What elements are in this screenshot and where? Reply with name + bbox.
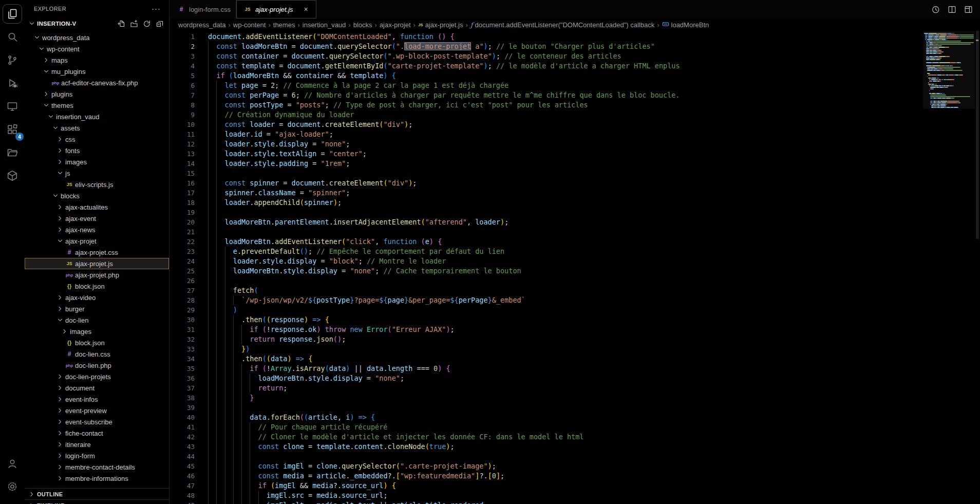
activity-item-search[interactable] xyxy=(3,27,22,47)
code-line[interactable]: 31if (!response.ok) throw new Error("Err… xyxy=(170,325,923,334)
code-line[interactable]: 32return response.json(); xyxy=(170,334,923,344)
code-line[interactable]: 34.then((data) => { xyxy=(170,354,923,364)
tree-item-event-preview[interactable]: event-preview xyxy=(25,405,169,416)
code-line[interactable]: 9// Création dynamique du loader xyxy=(170,110,923,120)
sidebar-section-timeline[interactable]: TIMELINE xyxy=(25,499,169,504)
minimap[interactable] xyxy=(923,31,975,504)
code-line[interactable]: 2const loadMoreBtn = document.querySelec… xyxy=(170,42,923,51)
tree-item-images[interactable]: images xyxy=(25,156,169,167)
code-line[interactable]: 43const clone = template.content.cloneNo… xyxy=(170,442,923,452)
code-line[interactable]: 11loader.id = "ajax-loader"; xyxy=(170,129,923,139)
tree-item-images[interactable]: images xyxy=(25,326,169,337)
tree-item-ajax-news[interactable]: ajax-news xyxy=(25,224,169,235)
tree-item-acf-editor-canevas-fix-php[interactable]: phpacf-editor-canevas-fix.php xyxy=(25,77,169,88)
tree-item-doc-lien-php[interactable]: phpdoc-lien.php xyxy=(25,360,169,371)
code-line[interactable]: 12loader.style.display = "none"; xyxy=(170,139,923,149)
code-line[interactable]: 17spinner.className = "spinner"; xyxy=(170,188,923,198)
tree-item-fonts[interactable]: fonts xyxy=(25,145,169,156)
tree-item-membre-informations[interactable]: membre-informations xyxy=(25,473,169,484)
tree-item-wp-content[interactable]: wp-content xyxy=(25,43,169,54)
breadcrumb-item-ajax-projet-js[interactable]: JSajax-projet.js xyxy=(418,21,463,29)
code-line[interactable]: 20loadMoreBtn.parentElement.insertAdjace… xyxy=(170,217,923,227)
code-line[interactable]: 10const loader = document.createElement(… xyxy=(170,120,923,129)
layout-icon[interactable] xyxy=(964,5,973,14)
tree-item-css[interactable]: css xyxy=(25,134,169,145)
code-line[interactable]: 14loader.style.padding = "1rem"; xyxy=(170,159,923,169)
tree-item-itineraire[interactable]: itineraire xyxy=(25,439,169,450)
code-line[interactable]: 27fetch( xyxy=(170,286,923,295)
breadcrumb-item-wordpress-data[interactable]: wordpress_data xyxy=(178,21,226,29)
code-line[interactable]: 1document.addEventListener("DOMContentLo… xyxy=(170,32,923,42)
tree-item-insertion-vaud[interactable]: insertion_vaud xyxy=(25,111,169,122)
code-line[interactable]: 28`/wp-json/wp/v2/${postType}?page=${pag… xyxy=(170,295,923,305)
breadcrumb-item-loadmorebtn[interactable]: loadMoreBtn xyxy=(662,21,709,29)
code-line[interactable]: 13loader.style.textAlign = "center"; xyxy=(170,149,923,159)
breadcrumb-item-document-addeventlistener-domcontentload[interactable]: ƒdocument.addEventListener("DOMContentLo… xyxy=(470,21,654,29)
tree-item-ajax-projet-php[interactable]: phpajax-projet.php xyxy=(25,269,169,281)
tree-item-js[interactable]: js xyxy=(25,167,169,179)
tree-item-themes[interactable]: themes xyxy=(25,100,169,111)
code-line[interactable]: 45const imgEl = clone.querySelector(".ca… xyxy=(170,461,923,471)
code-line[interactable]: 33}) xyxy=(170,344,923,354)
tab-ajax-projet-js[interactable]: JSajax-projet.js× xyxy=(236,0,316,18)
scrollbar-thumb[interactable] xyxy=(976,31,979,239)
code-line[interactable]: 24loader.style.display = "block"; // Mon… xyxy=(170,256,923,266)
tree-item-doc-lien-css[interactable]: #doc-lien.css xyxy=(25,348,169,360)
tree-item-ajax-actualites[interactable]: ajax-actualites xyxy=(25,201,169,213)
tab-login-form-css[interactable]: #login-form.css xyxy=(170,0,236,18)
code-line[interactable]: 8const postType = "posts"; // Type de po… xyxy=(170,100,923,110)
breadcrumb-item-wp-content[interactable]: wp-content xyxy=(233,21,266,29)
code-line[interactable]: 23e.preventDefault(); // Empêche le comp… xyxy=(170,247,923,256)
code-line[interactable]: 29) xyxy=(170,305,923,315)
refresh-icon[interactable] xyxy=(143,20,151,28)
tree-item-block-json[interactable]: {}block.json xyxy=(25,337,169,348)
code-line[interactable]: 39 xyxy=(170,403,923,413)
activity-item-settings[interactable] xyxy=(3,477,22,496)
activity-item-explorer[interactable] xyxy=(3,4,22,24)
code-line[interactable]: 15 xyxy=(170,169,923,178)
tree-item-event-subscribe[interactable]: event-subscribe xyxy=(25,416,169,427)
breadcrumb-item-insertion-vaud[interactable]: insertion_vaud xyxy=(303,21,346,29)
tree-item-ajax-projet[interactable]: ajax-projet xyxy=(25,235,169,247)
code-line[interactable]: 25loadMoreBtn.style.display = "none"; //… xyxy=(170,266,923,276)
tree-item-fiche-contact[interactable]: fiche-contact xyxy=(25,427,169,439)
tree-item-wordpress-data[interactable]: wordpress_data xyxy=(25,32,169,43)
code-line[interactable]: 18loader.appendChild(spinner); xyxy=(170,198,923,208)
code-line[interactable]: 49imgEl.alt = media.alt_text || article.… xyxy=(170,500,923,504)
tree-item-assets[interactable]: assets xyxy=(25,122,169,134)
code-line[interactable]: 47if (imgEl && media?.source_url) { xyxy=(170,481,923,491)
breadcrumb-item-ajax-projet[interactable]: ajax-projet xyxy=(380,21,411,29)
breadcrumb-item-blocks[interactable]: blocks xyxy=(353,21,372,29)
code-line[interactable]: 4const template = document.getElementByI… xyxy=(170,61,923,71)
code-line[interactable]: 35if (!Array.isArray(data) || data.lengt… xyxy=(170,364,923,374)
tree-item-membre-contact-details[interactable]: membre-contact-details xyxy=(25,461,169,473)
explorer-section-header[interactable]: INSERTION-V xyxy=(25,17,169,30)
tree-item-ajax-projet-css[interactable]: #ajax-projet.css xyxy=(25,247,169,258)
code-line[interactable]: 30.then((response) => { xyxy=(170,315,923,325)
scrollbar[interactable] xyxy=(975,31,980,504)
activity-item-extensions[interactable]: 4 xyxy=(3,120,22,139)
code-line[interactable]: 16const spinner = document.createElement… xyxy=(170,178,923,188)
new-folder-icon[interactable] xyxy=(130,20,138,28)
code-line[interactable]: 41// Pour chaque article récupéré xyxy=(170,422,923,432)
code-line[interactable]: 48imgEl.src = media.source_url; xyxy=(170,491,923,500)
sidebar-section-outline[interactable]: OUTLINE xyxy=(25,488,169,499)
code-line[interactable]: 40data.forEach((article, i) => { xyxy=(170,413,923,422)
more-actions-icon[interactable]: ··· xyxy=(152,6,161,11)
code-line[interactable]: 26 xyxy=(170,276,923,286)
tree-item-block-json[interactable]: {}block.json xyxy=(25,281,169,292)
code-line[interactable]: 44 xyxy=(170,452,923,461)
new-file-icon[interactable] xyxy=(117,20,125,28)
tab-close-button[interactable]: × xyxy=(301,5,311,14)
collapse-all-icon[interactable] xyxy=(156,20,164,28)
tree-item-doc-lien-projets[interactable]: doc-lien-projets xyxy=(25,371,169,382)
code-line[interactable]: 3const container = document.querySelecto… xyxy=(170,51,923,61)
activity-item-remote-explorer[interactable] xyxy=(3,97,22,116)
split-editor-icon[interactable] xyxy=(948,5,956,14)
tree-item-event-infos[interactable]: event-infos xyxy=(25,394,169,405)
tree-item-ajax-event[interactable]: ajax-event xyxy=(25,213,169,224)
code-line[interactable]: 7const perPage = 6; // Nombre d'articles… xyxy=(170,90,923,100)
tree-item-burger[interactable]: burger xyxy=(25,303,169,314)
code-line[interactable]: 22loadMoreBtn.addEventListener("click", … xyxy=(170,237,923,247)
tree-item-login-form[interactable]: login-form xyxy=(25,450,169,461)
